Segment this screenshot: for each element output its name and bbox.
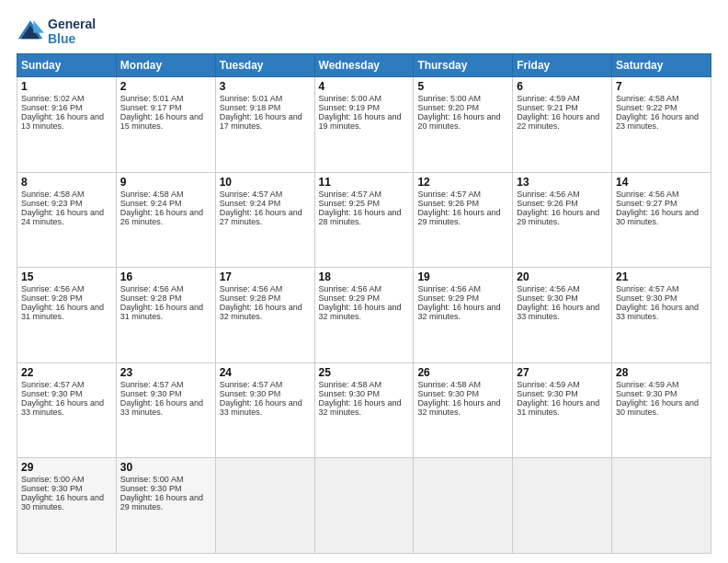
sunset-text: Sunset: 9:30 PM (220, 389, 281, 398)
day-number: 15 (21, 270, 112, 283)
logo: General Blue (17, 17, 96, 46)
sunrise-text: Sunrise: 4:58 AM (21, 190, 85, 199)
daylight-text: Daylight: 16 hours and 33 minutes. (220, 398, 302, 417)
daylight-text: Daylight: 16 hours and 32 minutes. (417, 303, 500, 321)
day-number: 9 (120, 176, 211, 189)
calendar-day-cell: 7Sunrise: 4:58 AMSunset: 9:22 PMDaylight… (612, 77, 711, 173)
daylight-text: Daylight: 16 hours and 32 minutes. (319, 398, 402, 417)
sunrise-text: Sunrise: 5:00 AM (417, 94, 481, 103)
daylight-text: Daylight: 16 hours and 19 minutes. (319, 112, 402, 131)
calendar-day-cell: 2Sunrise: 5:01 AMSunset: 9:17 PMDaylight… (116, 77, 215, 173)
day-number: 11 (319, 176, 410, 189)
calendar-day-cell: 15Sunrise: 4:56 AMSunset: 9:28 PMDayligh… (17, 268, 117, 363)
daylight-text: Daylight: 16 hours and 33 minutes. (21, 398, 104, 417)
calendar-header-row: SundayMondayTuesdayWednesdayThursdayFrid… (17, 54, 711, 77)
calendar-day-cell: 27Sunrise: 4:59 AMSunset: 9:30 PMDayligh… (513, 362, 612, 458)
sunrise-text: Sunrise: 4:56 AM (517, 284, 580, 293)
day-number: 3 (220, 80, 311, 93)
calendar-day-cell: 14Sunrise: 4:56 AMSunset: 9:27 PMDayligh… (612, 172, 711, 268)
weekday-header: Tuesday (215, 54, 314, 77)
sunset-text: Sunset: 9:30 PM (319, 389, 381, 398)
sunset-text: Sunset: 9:30 PM (21, 389, 83, 398)
daylight-text: Daylight: 16 hours and 31 minutes. (120, 303, 203, 321)
calendar-day-cell: 16Sunrise: 4:56 AMSunset: 9:28 PMDayligh… (116, 268, 215, 363)
sunrise-text: Sunrise: 4:56 AM (517, 190, 580, 199)
day-number: 4 (319, 80, 410, 93)
daylight-text: Daylight: 16 hours and 32 minutes. (319, 303, 402, 321)
sunrise-text: Sunrise: 4:59 AM (616, 380, 679, 389)
calendar-day-cell: 28Sunrise: 4:59 AMSunset: 9:30 PMDayligh… (612, 362, 711, 458)
day-number: 23 (120, 366, 211, 379)
calendar-day-cell: 17Sunrise: 4:56 AMSunset: 9:28 PMDayligh… (215, 268, 314, 363)
calendar-day-cell: 1Sunrise: 5:02 AMSunset: 9:16 PMDaylight… (17, 77, 117, 173)
sunset-text: Sunset: 9:27 PM (616, 199, 677, 208)
sunrise-text: Sunrise: 5:00 AM (21, 475, 85, 484)
daylight-text: Daylight: 16 hours and 30 minutes. (616, 208, 699, 226)
calendar-day-cell: 29Sunrise: 5:00 AMSunset: 9:30 PMDayligh… (17, 458, 117, 554)
day-number: 6 (517, 80, 608, 93)
logo-icon (17, 17, 44, 45)
calendar-week-row: 15Sunrise: 4:56 AMSunset: 9:28 PMDayligh… (17, 268, 711, 363)
sunset-text: Sunset: 9:30 PM (517, 389, 578, 398)
day-number: 13 (517, 176, 608, 189)
day-number: 30 (120, 461, 211, 474)
sunrise-text: Sunrise: 4:57 AM (21, 380, 85, 389)
weekday-header: Saturday (612, 54, 711, 77)
daylight-text: Daylight: 16 hours and 30 minutes. (21, 493, 104, 511)
day-number: 17 (220, 270, 311, 283)
sunset-text: Sunset: 9:30 PM (616, 389, 677, 398)
calendar-day-cell: 19Sunrise: 4:56 AMSunset: 9:29 PMDayligh… (414, 268, 513, 363)
day-number: 21 (616, 270, 707, 283)
sunrise-text: Sunrise: 4:56 AM (616, 190, 679, 199)
calendar-table: SundayMondayTuesdayWednesdayThursdayFrid… (17, 53, 711, 554)
daylight-text: Daylight: 16 hours and 33 minutes. (517, 303, 599, 321)
sunset-text: Sunset: 9:24 PM (220, 199, 281, 208)
calendar-day-cell: 22Sunrise: 4:57 AMSunset: 9:30 PMDayligh… (17, 362, 117, 458)
weekday-header: Sunday (17, 54, 117, 77)
sunset-text: Sunset: 9:30 PM (21, 484, 83, 493)
sunrise-text: Sunrise: 5:00 AM (319, 94, 382, 103)
daylight-text: Daylight: 16 hours and 27 minutes. (220, 208, 302, 226)
daylight-text: Daylight: 16 hours and 23 minutes. (616, 112, 699, 131)
calendar-day-cell: 6Sunrise: 4:59 AMSunset: 9:21 PMDaylight… (513, 77, 612, 173)
calendar-day-cell: 8Sunrise: 4:58 AMSunset: 9:23 PMDaylight… (17, 172, 117, 268)
weekday-header: Thursday (414, 54, 513, 77)
calendar-day-cell (314, 458, 414, 554)
day-number: 26 (417, 366, 508, 379)
daylight-text: Daylight: 16 hours and 24 minutes. (21, 208, 104, 226)
sunrise-text: Sunrise: 4:57 AM (616, 284, 679, 293)
sunrise-text: Sunrise: 4:56 AM (21, 284, 85, 293)
calendar-day-cell: 25Sunrise: 4:58 AMSunset: 9:30 PMDayligh… (314, 362, 414, 458)
calendar-day-cell (513, 458, 612, 554)
sunset-text: Sunset: 9:28 PM (120, 293, 182, 303)
sunrise-text: Sunrise: 4:59 AM (517, 380, 580, 389)
weekday-header: Monday (116, 54, 215, 77)
day-number: 10 (220, 176, 311, 189)
sunset-text: Sunset: 9:17 PM (120, 103, 182, 112)
daylight-text: Daylight: 16 hours and 32 minutes. (220, 303, 302, 321)
daylight-text: Daylight: 16 hours and 31 minutes. (517, 398, 599, 417)
sunset-text: Sunset: 9:25 PM (319, 199, 381, 208)
sunrise-text: Sunrise: 5:00 AM (120, 475, 184, 484)
calendar-day-cell: 23Sunrise: 4:57 AMSunset: 9:30 PMDayligh… (116, 362, 215, 458)
calendar-week-row: 8Sunrise: 4:58 AMSunset: 9:23 PMDaylight… (17, 172, 711, 268)
calendar-week-row: 22Sunrise: 4:57 AMSunset: 9:30 PMDayligh… (17, 362, 711, 458)
sunset-text: Sunset: 9:23 PM (21, 199, 83, 208)
calendar-day-cell: 10Sunrise: 4:57 AMSunset: 9:24 PMDayligh… (215, 172, 314, 268)
daylight-text: Daylight: 16 hours and 20 minutes. (417, 112, 500, 131)
sunset-text: Sunset: 9:30 PM (120, 389, 182, 398)
sunrise-text: Sunrise: 4:57 AM (120, 380, 184, 389)
day-number: 24 (220, 366, 311, 379)
sunrise-text: Sunrise: 4:58 AM (319, 380, 382, 389)
sunset-text: Sunset: 9:24 PM (120, 199, 182, 208)
calendar-day-cell: 24Sunrise: 4:57 AMSunset: 9:30 PMDayligh… (215, 362, 314, 458)
daylight-text: Daylight: 16 hours and 15 minutes. (120, 112, 203, 131)
calendar-day-cell: 13Sunrise: 4:56 AMSunset: 9:26 PMDayligh… (513, 172, 612, 268)
sunset-text: Sunset: 9:30 PM (616, 293, 677, 303)
daylight-text: Daylight: 16 hours and 31 minutes. (21, 303, 104, 321)
day-number: 16 (120, 270, 211, 283)
sunrise-text: Sunrise: 4:58 AM (616, 94, 679, 103)
day-number: 8 (21, 176, 112, 189)
day-number: 20 (517, 270, 608, 283)
calendar-day-cell (215, 458, 314, 554)
